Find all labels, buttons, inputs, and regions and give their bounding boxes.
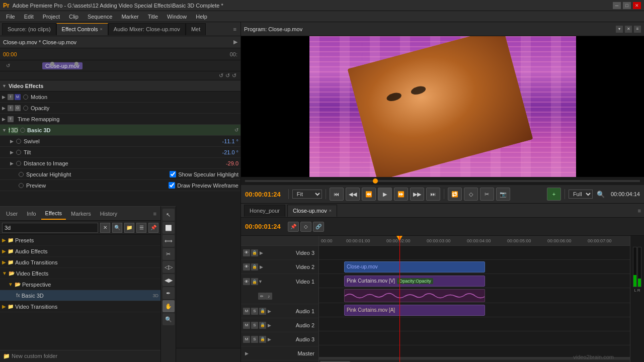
pm-dropdown-btn[interactable]: ▾ <box>616 26 623 33</box>
reset-btn-1[interactable]: ↺ <box>219 72 223 79</box>
track-expand-v1[interactable]: ▼ <box>258 279 263 284</box>
time-remap-expand[interactable]: ▶ <box>2 117 6 122</box>
tl-snap-btn[interactable]: 📌 <box>288 222 299 232</box>
track-lock-a1[interactable]: 🔒 <box>259 308 266 315</box>
tilt-stopwatch[interactable] <box>16 149 22 155</box>
track-audio-v1[interactable]: ♪ <box>265 293 272 300</box>
trim-button[interactable]: ✂ <box>480 188 494 201</box>
distance-expand[interactable]: ▶ <box>10 161 14 166</box>
pm-menu-btn[interactable]: ≡ <box>634 26 641 33</box>
tl-link-btn[interactable]: 🔗 <box>313 222 324 232</box>
track-mute-a3[interactable]: M <box>243 336 250 343</box>
tool-ripple[interactable]: ⬜ <box>163 222 175 234</box>
opacity-row[interactable]: ▶ f O Opacity <box>0 103 240 114</box>
track-lock-a2[interactable]: 🔒 <box>259 322 266 329</box>
maximize-button[interactable]: □ <box>623 2 631 9</box>
track-solo-a1[interactable]: S <box>251 308 258 315</box>
step-back-button[interactable]: ⏮ <box>330 188 344 201</box>
menu-edit[interactable]: Edit <box>20 13 38 21</box>
tilt-row[interactable]: ▶ Tilt -21.0 ° <box>0 147 240 158</box>
new-custom-folder-btn[interactable]: 📁 New custom folder <box>3 353 57 359</box>
vfx-collapse-arrow[interactable]: ▼ <box>2 83 7 88</box>
basic3d-header[interactable]: ▼ f 3D Basic 3D ↺ <box>0 125 240 136</box>
motion-stopwatch[interactable] <box>23 94 29 100</box>
effect-header-arrow[interactable]: ▶ <box>233 39 237 45</box>
effects-tab-info[interactable]: Info <box>23 208 40 220</box>
time-remapping-row[interactable]: ▶ T Time Remapping <box>0 114 240 125</box>
tab-effect-controls[interactable]: Effect Controls × <box>56 23 108 35</box>
step-forward-button[interactable]: ⏭ <box>426 188 440 201</box>
tl-tab-close[interactable]: × <box>329 208 332 213</box>
track-lock-a3[interactable]: 🔒 <box>259 336 266 343</box>
reset-icon-1[interactable]: ↺ <box>6 63 10 68</box>
clip-closeup-v2[interactable]: Close-up.mov <box>344 261 485 273</box>
motion-expand[interactable]: ▶ <box>2 95 6 100</box>
swivel-expand[interactable]: ▶ <box>10 139 14 144</box>
play-back-button[interactable]: ◀◀ <box>346 188 360 201</box>
track-mute-a2[interactable]: M <box>243 322 250 329</box>
pm-timecode[interactable]: 00:00:01:24 <box>245 191 281 198</box>
effects-search-clear[interactable]: ✕ <box>100 223 110 233</box>
effects-tab-markers[interactable]: Markers <box>67 208 95 220</box>
basic3d-stopwatch[interactable] <box>20 128 25 133</box>
effects-search-icon[interactable]: 🔍 <box>112 223 122 233</box>
panel-menu-icon[interactable]: ≡ <box>233 26 236 32</box>
swivel-value[interactable]: -11.1 ° <box>222 138 238 144</box>
track-pencil-v1[interactable]: ✏ <box>258 293 265 300</box>
track-expand-a1[interactable]: ▶ <box>268 309 271 314</box>
swivel-stopwatch[interactable] <box>16 138 22 144</box>
track-lock-v3[interactable]: 🔒 <box>251 249 258 256</box>
swivel-row[interactable]: ▶ Swivel -11.1 ° <box>0 136 240 147</box>
track-mute-a1[interactable]: M <box>243 308 250 315</box>
track-eye-v3[interactable]: 👁 <box>243 249 250 256</box>
opacity-stopwatch[interactable] <box>23 105 29 111</box>
tree-item-basic3d[interactable]: fx Basic 3D 3D <box>0 290 160 301</box>
track-eye-v2[interactable]: 👁 <box>243 263 250 270</box>
marker-button[interactable]: ◇ <box>464 188 478 201</box>
tab-source[interactable]: Source: (no clips) <box>2 23 56 35</box>
reset-btn-2[interactable]: ↺ <box>225 72 230 79</box>
tl-tab-honey[interactable]: Honey_pour <box>244 205 285 217</box>
full-dropdown[interactable]: Full 1/2 1/4 <box>569 190 593 199</box>
tree-item-perspective[interactable]: ▼ 📂 Perspective <box>0 279 160 290</box>
tool-arrow[interactable]: ↖ <box>163 209 175 221</box>
track-expand-master[interactable]: ▶ <box>245 351 249 356</box>
menu-file[interactable]: File <box>2 13 19 21</box>
tool-slide[interactable]: ◀▶ <box>163 274 175 286</box>
basic3d-reset[interactable]: ↺ <box>234 127 238 133</box>
play-button[interactable]: ▶ <box>378 188 392 201</box>
reset-btn-3[interactable]: ↺ <box>232 72 236 79</box>
tool-zoom[interactable]: 🔍 <box>163 313 175 325</box>
camera-button[interactable]: 📷 <box>496 188 510 201</box>
distance-value[interactable]: -29.0 <box>226 160 238 166</box>
tree-item-audio-effects[interactable]: ▶ 📁 Audio Effects <box>0 246 160 257</box>
close-button[interactable]: ✕ <box>633 2 641 9</box>
draw-preview-checkbox[interactable] <box>169 182 175 189</box>
step-prev-button[interactable]: ⏪ <box>362 188 376 201</box>
track-solo-a3[interactable]: S <box>251 336 258 343</box>
effects-new-folder[interactable]: 📁 <box>124 223 134 233</box>
menu-sequence[interactable]: Sequence <box>84 13 117 21</box>
menu-help[interactable]: Help <box>192 13 211 21</box>
tool-slip[interactable]: ◁▷ <box>163 261 175 273</box>
tl-marker-btn[interactable]: ◇ <box>300 222 311 232</box>
tool-rate-stretch[interactable]: ⟺ <box>163 235 175 247</box>
play-forward-button[interactable]: ▶▶ <box>410 188 424 201</box>
effects-tab-effects[interactable]: Effects <box>41 208 66 220</box>
loop-button[interactable]: 🔁 <box>448 188 462 201</box>
effects-search-input[interactable] <box>2 223 98 233</box>
opacity-expand[interactable]: ▶ <box>2 106 6 111</box>
menu-window[interactable]: Window <box>163 13 191 21</box>
effects-tab-history[interactable]: History <box>96 208 121 220</box>
tl-menu-icon[interactable]: ≡ <box>638 208 641 214</box>
track-expand-v2[interactable]: ▶ <box>260 264 263 269</box>
pm-close-btn[interactable]: ✕ <box>625 26 632 33</box>
track-expand-v3[interactable]: ▶ <box>260 250 263 255</box>
tilt-expand[interactable]: ▶ <box>10 150 14 155</box>
menu-title[interactable]: Title <box>144 13 162 21</box>
effects-pin[interactable]: 📌 <box>148 223 158 233</box>
clip-pink-curtains-v1[interactable]: Pink Curtains.mov [V] Opacity:Opacity <box>344 276 485 287</box>
tool-razor[interactable]: ✂ <box>163 248 175 260</box>
clip-pink-curtains-a1[interactable]: Pink Curtains.mov [A] <box>344 305 485 316</box>
effects-panel-menu[interactable]: ≡ <box>151 211 158 217</box>
